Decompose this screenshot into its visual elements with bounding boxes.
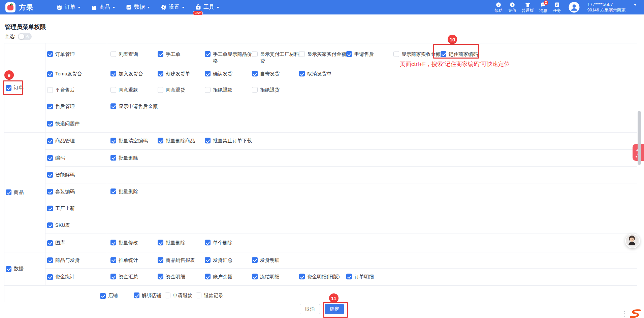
checkbox-订单明细[interactable] [346,274,352,279]
permission-item-批量删除[interactable]: 批量删除 [110,155,138,161]
checkbox-显示买家实付金额[interactable] [299,51,305,57]
permission-item-取消发货单[interactable]: 取消发货单 [299,71,332,77]
checkbox-平台售后[interactable] [47,87,53,93]
account-info[interactable]: 177****5667 90146 方果演示商家 [587,1,625,13]
checkbox-发货明细[interactable] [252,257,258,263]
checkbox-发货汇总[interactable] [205,257,211,263]
checkbox-确认发货[interactable] [205,71,211,76]
permission-item-单个删除[interactable]: 单个删除 [205,240,232,246]
nav-item-设置[interactable]: 设置 [160,2,185,12]
checkbox-账户余额[interactable] [205,274,211,279]
permission-item-同意退货[interactable]: 同意退货 [158,87,185,93]
checkbox-批量删除[interactable] [158,240,163,245]
checkbox-批量禁止订单下载[interactable] [205,138,211,143]
checkbox-订单[interactable] [6,85,11,91]
checkbox-手工单[interactable] [158,51,163,57]
checkbox-快递问题件[interactable] [47,121,53,127]
user-avatar[interactable] [569,2,580,13]
checkbox-列表查询[interactable] [110,51,116,57]
permission-item-批量删除[interactable]: 批量删除 [158,240,185,246]
checkbox-同意退货[interactable] [158,87,163,93]
permission-item-手工单显示商品价格[interactable]: 手工单显示商品价格 [205,51,252,65]
checkbox-资金汇总[interactable] [110,274,116,279]
permission-item-记住商家编码[interactable]: 记住商家编码 [441,51,478,58]
permission-item-创建发货单[interactable]: 创建发货单 [158,71,190,77]
scrollbar-thumb[interactable] [638,111,641,165]
permission-item-批量修改[interactable]: 批量修改 [110,240,138,246]
checkbox-加入发货台[interactable] [110,71,116,76]
checkbox-拒绝退货[interactable] [252,87,258,93]
checkbox-数据[interactable] [6,266,11,272]
checkbox-工厂上新[interactable] [47,206,53,211]
checkbox-退款记录[interactable] [196,292,201,298]
quick-item-消息[interactable]: 2消息 [539,2,548,12]
quick-item-普通版[interactable]: 普通版 [522,2,534,12]
checkbox-创建发货单[interactable] [158,71,163,76]
checkbox-Temu发货台[interactable] [47,71,53,77]
checkbox-售后管理[interactable] [47,104,53,109]
nav-item-数据[interactable]: 数据 [125,2,151,12]
permission-item-同意退款[interactable]: 同意退款 [110,87,138,93]
permission-item-拒绝退货[interactable]: 拒绝退货 [252,87,280,93]
permission-item-资金汇总[interactable]: 资金汇总 [110,274,138,280]
permission-item-手工单[interactable]: 手工单 [158,51,181,58]
permission-item-显示买家实付金额[interactable]: 显示买家实付金额 [299,51,346,58]
checkbox-编码[interactable] [47,155,53,161]
permission-item-拒绝退款[interactable]: 拒绝退款 [205,87,232,93]
checkbox-冻结明细[interactable] [252,274,258,279]
checkbox-智能解码[interactable] [47,172,53,178]
checkbox-批量删除商品[interactable] [158,138,163,143]
checkbox-批量清空编码[interactable] [110,138,116,143]
checkbox-自寄发货[interactable] [252,71,258,76]
checkbox-店铺[interactable] [100,293,106,299]
cancel-button[interactable]: 取消 [300,304,320,314]
checkbox-申请退款[interactable] [165,292,170,298]
permission-item-自寄发货[interactable]: 自寄发货 [252,71,280,77]
permission-item-解绑店铺[interactable]: 解绑店铺 [134,292,161,299]
checkbox-批量删除[interactable] [110,155,116,161]
permission-item-显示申请售后金额[interactable]: 显示申请售后金额 [110,103,158,110]
checkbox-SKU表[interactable] [47,222,53,228]
checkbox-拒绝退款[interactable] [205,87,211,93]
checkbox-显示商家实收金额[interactable] [393,51,399,57]
quick-item-帮助[interactable]: ?帮助 [494,2,503,12]
nav-item-商品[interactable]: 商品 [91,2,116,12]
checkbox-批量修改[interactable] [110,240,116,245]
nav-item-工具[interactable]: 工具HOT [195,2,220,12]
checkbox-资金统计[interactable] [47,274,53,280]
checkbox-取消发货单[interactable] [299,71,305,76]
permission-item-退款记录[interactable]: 退款记录 [196,292,223,299]
quick-item-任务[interactable]: 任务 [553,2,561,12]
checkbox-商品管理[interactable] [47,138,53,144]
assistant-avatar[interactable] [625,234,640,248]
permission-item-显示商家实收金额[interactable]: 显示商家实收金额 [393,51,441,58]
checkbox-套装编码[interactable] [47,189,53,195]
permission-item-申请退款[interactable]: 申请退款 [165,292,192,299]
permission-item-资金明细[interactable]: 资金明细 [158,274,185,280]
checkbox-资金明细(旧版)[interactable] [299,274,305,279]
nav-item-订单[interactable]: 订单 [56,2,81,12]
permission-item-列表查询[interactable]: 列表查询 [110,51,138,58]
brand[interactable]: 方果 [5,2,34,12]
permission-item-申请售后[interactable]: 申请售后 [346,51,374,58]
permission-item-发货明细[interactable]: 发货明细 [252,257,280,263]
checkbox-手工单显示商品价格[interactable] [205,51,211,57]
checkbox-显示申请售后金额[interactable] [110,103,116,109]
permission-item-确认发货[interactable]: 确认发货 [205,71,232,77]
account-chevron-down-icon[interactable] [634,4,637,6]
checkbox-商品[interactable] [6,189,11,195]
permission-item-加入发货台[interactable]: 加入发货台 [110,71,143,77]
permission-item-推单统计[interactable]: 推单统计 [110,257,138,263]
permission-item-批量清空编码[interactable]: 批量清空编码 [110,138,148,144]
checkbox-商品与发货[interactable] [47,257,53,263]
checkbox-商品销售报表[interactable] [158,257,163,263]
checkbox-申请售后[interactable] [346,51,352,57]
checkbox-单个删除[interactable] [205,240,211,245]
checkbox-解绑店铺[interactable] [134,292,139,298]
confirm-button[interactable]: 确定 [325,304,344,314]
permission-item-商品销售报表[interactable]: 商品销售报表 [158,257,195,263]
checkbox-批量删除[interactable] [110,188,116,194]
checkbox-图库[interactable] [47,240,53,246]
quick-item-充值[interactable]: ¥充值 [508,2,517,12]
permission-item-批量删除[interactable]: 批量删除 [110,188,138,195]
